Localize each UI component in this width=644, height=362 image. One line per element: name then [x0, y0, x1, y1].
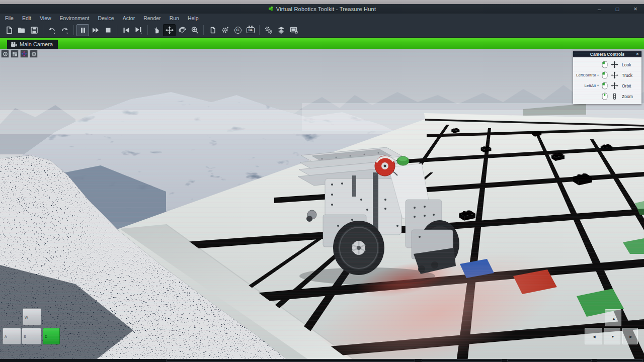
menu-environment[interactable]: Environment: [59, 15, 91, 21]
move-icon: [165, 26, 174, 35]
open-file-button[interactable]: [15, 24, 28, 36]
camera-controls-title: Camera Controls: [573, 52, 641, 57]
viewport-toolbar: [1, 50, 38, 58]
toolbar: G 04: [0, 23, 644, 37]
video-camera-icon: [11, 42, 17, 47]
stop-button[interactable]: [102, 24, 114, 36]
open-folder-icon: [17, 26, 26, 35]
skip-to-start-button[interactable]: [120, 24, 132, 36]
title-bar: Virtual Robotics Toolkit - Treasure Hunt…: [0, 4, 644, 14]
maximize-button[interactable]: □: [612, 6, 623, 12]
simulation-status-bar: [0, 37, 644, 49]
pan-tool-button[interactable]: [150, 24, 163, 36]
settings-gear-button[interactable]: [219, 24, 231, 36]
camera-control-row-zoom: Zoom: [576, 91, 639, 102]
camera-controls-close-button[interactable]: ×: [634, 51, 640, 57]
orbit-tool-button[interactable]: [176, 24, 188, 36]
display-capture-button[interactable]: [287, 24, 300, 36]
pause-button[interactable]: [76, 24, 89, 36]
menu-view[interactable]: View: [39, 15, 52, 21]
viewport-3d-scene: [0, 49, 644, 359]
skip-to-end-button[interactable]: [132, 24, 145, 36]
camera-control-row-look: Look: [576, 59, 639, 70]
stop-icon: [104, 26, 112, 34]
layers-icon: [277, 26, 286, 35]
timer-counter-button[interactable]: 04: [244, 24, 257, 36]
action-label: Truck: [622, 73, 639, 78]
key-arrow-up[interactable]: ▲: [605, 309, 621, 326]
desktop-edge: [0, 0, 644, 4]
four-way-arrows-icon: [611, 82, 618, 89]
menu-file[interactable]: File: [4, 15, 15, 21]
new-file-button[interactable]: [3, 24, 15, 36]
zoom-tool-button[interactable]: [188, 24, 201, 36]
four-way-arrows-icon: [611, 71, 618, 79]
menu-device[interactable]: Device: [97, 15, 115, 21]
redo-icon: [60, 25, 69, 35]
modifier-label: LeftControl +: [576, 73, 599, 77]
record-target-button[interactable]: G: [231, 24, 244, 36]
key-w[interactable]: W: [23, 308, 41, 325]
toolbar-separator: [117, 25, 117, 35]
menu-run[interactable]: Run: [169, 15, 180, 21]
camera-controls-header[interactable]: Camera Controls ×: [573, 51, 641, 57]
status-segment: [507, 359, 592, 361]
gizmo-axes-button[interactable]: [20, 50, 28, 58]
toolbar-separator: [147, 25, 148, 35]
menu-edit[interactable]: Edit: [21, 15, 32, 21]
redo-button[interactable]: [58, 24, 71, 36]
tab-main-camera-label: Main Camera: [20, 41, 53, 47]
status-segment: [597, 359, 643, 361]
skip-start-icon: [122, 26, 131, 35]
focus-target-button[interactable]: [30, 50, 38, 58]
colored-axes-icon: [21, 51, 27, 57]
mouse-left-button-icon: [602, 61, 608, 68]
scroll-wheel-icon: [611, 93, 618, 100]
key-arrow-down[interactable]: ▼: [604, 328, 620, 344]
mouse-scroll-wheel-icon: [602, 93, 608, 100]
gear-icon: [221, 26, 229, 34]
action-label: Orbit: [622, 83, 639, 88]
action-label: Zoom: [622, 94, 639, 99]
record-target-icon: G: [234, 27, 242, 34]
minimize-button[interactable]: –: [594, 6, 605, 12]
pause-icon: [79, 26, 87, 34]
key-d-active[interactable]: D: [43, 328, 60, 344]
camera-control-row-truck: LeftControl + Truck: [576, 70, 639, 80]
menu-render[interactable]: Render: [142, 15, 162, 21]
mouse-left-button-icon: [602, 82, 608, 89]
menu-actor[interactable]: Actor: [122, 15, 136, 21]
tab-main-camera[interactable]: Main Camera: [7, 40, 58, 49]
viewport-3d[interactable]: .bk-top { } /* colored per brick group b…: [0, 49, 644, 359]
play-fast-forward-button[interactable]: [89, 24, 102, 36]
status-segment: [422, 359, 502, 361]
status-bar-sliver: [0, 359, 644, 362]
app-logo-icon: [268, 5, 274, 14]
undo-button[interactable]: [46, 24, 58, 36]
devices-button[interactable]: [262, 24, 275, 36]
menu-help[interactable]: Help: [187, 15, 200, 21]
close-button[interactable]: ×: [630, 5, 641, 13]
status-segment: [166, 359, 415, 361]
orbit-icon: [178, 26, 187, 35]
toolbar-separator: [259, 25, 260, 35]
key-s[interactable]: S: [22, 328, 41, 344]
target-icon: [31, 51, 37, 57]
layers-button[interactable]: [275, 24, 287, 36]
script-document-button[interactable]: [206, 24, 219, 36]
fast-forward-icon: [91, 26, 100, 35]
key-arrow-left[interactable]: ◀: [585, 328, 602, 344]
monitor-icon: [289, 26, 298, 35]
move-tool-button[interactable]: [163, 24, 176, 36]
undo-icon: [47, 25, 57, 35]
skip-end-icon: [134, 25, 143, 35]
save-icon: [30, 26, 39, 35]
magnifier-zoom-icon: [190, 26, 199, 35]
save-button[interactable]: [28, 24, 40, 36]
hand-pan-icon: [152, 26, 161, 34]
grid-toggle-button[interactable]: [11, 50, 19, 58]
gears-pair-icon: [264, 26, 273, 35]
camera-target-button[interactable]: [1, 50, 9, 58]
key-arrow-right[interactable]: ▶: [622, 328, 638, 344]
key-a[interactable]: A: [3, 328, 21, 344]
